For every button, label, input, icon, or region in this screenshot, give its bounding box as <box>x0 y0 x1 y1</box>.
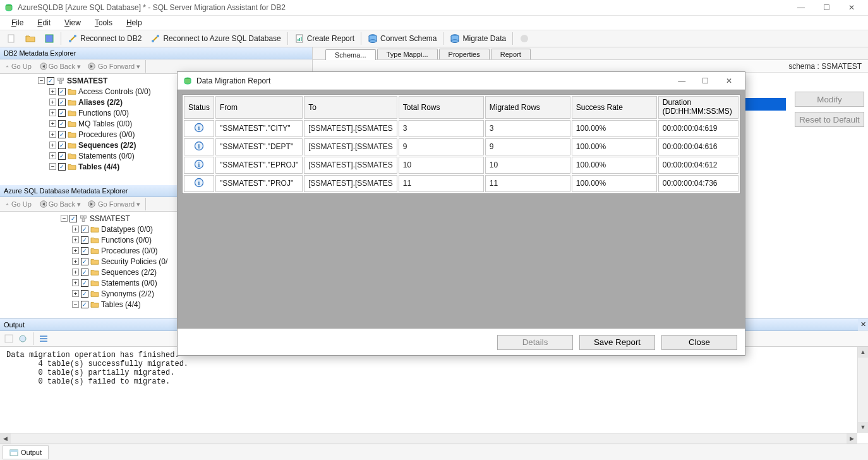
col-total[interactable]: Total Rows <box>399 96 484 119</box>
checkbox[interactable]: ✓ <box>58 120 66 128</box>
collapse-icon[interactable]: − <box>38 77 45 84</box>
checkbox[interactable]: ✓ <box>58 163 66 171</box>
checkbox[interactable]: ✓ <box>58 131 66 138</box>
go-forward-button[interactable]: Go Forward▾ <box>85 61 143 71</box>
checkbox[interactable]: ✓ <box>58 109 66 117</box>
collapse-icon[interactable]: − <box>61 215 68 222</box>
col-migrated[interactable]: Migrated Rows <box>485 96 570 119</box>
migrate-data-button[interactable]: Migrate Data <box>446 32 510 45</box>
col-duration[interactable]: Duration(DD:HH:MM:SS:MS) <box>658 96 738 119</box>
convert-schema-button[interactable]: Convert Schema <box>364 32 440 45</box>
create-report-button[interactable]: Create Report <box>291 32 358 45</box>
dialog-maximize-button[interactable]: ☐ <box>695 76 716 85</box>
toolbar-open-icon[interactable] <box>21 32 39 45</box>
col-to[interactable]: To <box>304 96 397 119</box>
menu-edit[interactable]: Edit <box>31 17 57 28</box>
close-button[interactable]: ✕ <box>839 3 864 12</box>
table-row[interactable]: "SSMATEST"."DEPT" [SSMATEST].[SSMATES 9 … <box>184 138 738 155</box>
expand-icon[interactable]: + <box>72 269 79 275</box>
tab-schema[interactable]: Schema... <box>325 49 376 60</box>
checkbox[interactable]: ✓ <box>81 236 88 244</box>
toolbar-save-icon[interactable] <box>40 32 58 45</box>
menu-help[interactable]: Help <box>120 17 148 28</box>
list-icon[interactable] <box>39 334 49 344</box>
expand-icon[interactable]: + <box>72 279 79 286</box>
checkbox[interactable]: ✓ <box>81 269 88 276</box>
col-from[interactable]: From <box>215 96 303 119</box>
folder-icon <box>90 247 99 255</box>
tab-type-mapping[interactable]: Type Mappi... <box>377 49 438 59</box>
folder-icon <box>68 120 76 128</box>
collapse-icon[interactable]: − <box>72 301 79 308</box>
dialog-minimize-button[interactable]: — <box>671 76 692 85</box>
reconnect-db2-button[interactable]: Reconnect to DB2 <box>64 32 145 45</box>
folder-icon <box>90 258 99 265</box>
expand-icon[interactable]: + <box>49 99 56 106</box>
expand-icon[interactable]: + <box>72 236 79 243</box>
dialog-close-button[interactable]: ✕ <box>718 76 740 85</box>
expand-icon[interactable]: + <box>49 120 56 127</box>
expand-icon[interactable]: + <box>49 142 56 148</box>
svg-rect-22 <box>40 341 47 342</box>
checkbox[interactable]: ✓ <box>81 279 88 287</box>
go-forward-button[interactable]: Go Forward▾ <box>85 199 143 209</box>
expand-icon[interactable]: + <box>72 247 79 254</box>
checkbox[interactable]: ✓ <box>69 215 77 222</box>
minimize-button[interactable]: — <box>788 3 814 12</box>
reconnect-azure-button[interactable]: Reconnect to Azure SQL Database <box>147 32 284 45</box>
clear-icon[interactable] <box>4 334 14 344</box>
bottom-tab-output[interactable]: Output <box>3 445 49 459</box>
checkbox[interactable]: ✓ <box>81 258 88 265</box>
expand-icon[interactable]: + <box>49 152 56 159</box>
checkbox[interactable]: ✓ <box>58 142 66 149</box>
expand-icon[interactable]: + <box>49 88 56 95</box>
report-icon <box>294 33 304 44</box>
filter-icon[interactable] <box>18 334 28 344</box>
checkbox[interactable]: ✓ <box>81 301 88 308</box>
go-back-button[interactable]: Go Back▾ <box>35 199 83 209</box>
menu-tools[interactable]: Tools <box>88 17 119 28</box>
go-up-button[interactable]: Go Up <box>3 62 34 71</box>
checkbox[interactable]: ✓ <box>81 247 88 255</box>
dialog-icon <box>183 76 193 86</box>
svg-rect-16 <box>45 35 53 42</box>
expand-icon[interactable]: + <box>72 290 79 297</box>
output-vscroll[interactable]: ▲▼ <box>857 347 868 433</box>
convert-icon <box>368 33 378 44</box>
go-up-button[interactable]: Go Up <box>3 200 34 209</box>
table-row[interactable]: "SSMATEST"."EPROJ" [SSMATEST].[SSMATES 1… <box>184 157 738 174</box>
col-success[interactable]: Success Rate <box>572 96 657 119</box>
folder-icon <box>68 109 76 117</box>
go-back-button[interactable]: Go Back▾ <box>35 61 83 71</box>
col-status[interactable]: Status <box>184 96 214 119</box>
tab-properties[interactable]: Properties <box>439 49 490 59</box>
expand-icon[interactable]: + <box>72 258 79 265</box>
expand-icon[interactable]: + <box>49 131 56 138</box>
table-row[interactable]: "SSMATEST"."PROJ" [SSMATEST].[SSMATES 11… <box>184 175 738 192</box>
maximize-button[interactable]: ☐ <box>814 3 839 12</box>
tab-report[interactable]: Report <box>491 49 531 59</box>
checkbox[interactable]: ✓ <box>81 226 88 233</box>
table-row[interactable]: "SSMATEST"."CITY" [SSMATEST].[SSMATES 3 … <box>184 120 738 137</box>
expand-icon[interactable]: + <box>72 226 79 233</box>
collapse-icon[interactable]: − <box>49 163 56 170</box>
details-button: Details <box>497 335 573 350</box>
checkbox[interactable]: ✓ <box>47 77 54 85</box>
checkbox[interactable]: ✓ <box>81 290 88 298</box>
menu-view[interactable]: View <box>58 17 87 28</box>
output-hscroll[interactable]: ◀▶ <box>0 433 857 444</box>
reset-default-button: Reset to Default <box>795 112 864 127</box>
migration-grid[interactable]: Status From To Total Rows Migrated Rows … <box>182 94 740 194</box>
checkbox[interactable]: ✓ <box>58 99 66 106</box>
checkbox[interactable]: ✓ <box>58 152 66 160</box>
expand-icon[interactable]: + <box>49 109 56 116</box>
checkbox[interactable]: ✓ <box>58 88 66 95</box>
toolbar-new-icon[interactable] <box>3 32 20 45</box>
folder-icon <box>90 301 99 308</box>
folder-icon <box>68 142 76 149</box>
folder-icon <box>68 152 76 160</box>
menu-file[interactable]: File <box>5 17 30 28</box>
close-report-button[interactable]: Close <box>661 335 737 350</box>
save-report-button[interactable]: Save Report <box>579 335 655 350</box>
output-close-icon[interactable]: ✕ <box>858 319 868 330</box>
